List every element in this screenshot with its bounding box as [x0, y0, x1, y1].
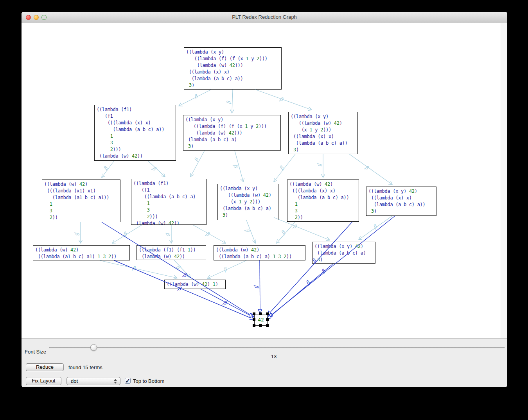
font-size-slider-track[interactable] [49, 347, 505, 348]
graph-canvas: ((lambda (x y) ((lambda (f) (f (x 1 y 2)… [22, 23, 501, 339]
edge-label-beta: β [175, 264, 182, 271]
edge-label-beta: β [293, 223, 298, 230]
scrollbar-gutter[interactable] [501, 23, 507, 339]
selection-handle[interactable] [253, 312, 255, 315]
top-to-bottom-checkbox[interactable]: ✓ [125, 378, 131, 384]
edge-label-beta: β [193, 156, 200, 162]
edge-label-beta: β [364, 164, 370, 171]
edge-label-beta: β [317, 163, 323, 167]
edge-label-beta: β [372, 223, 378, 230]
status-text: found 15 terms [68, 364, 102, 370]
edge-label-beta: β [223, 300, 228, 306]
term-node-n8[interactable]: ((lambda (w) 42) (((lambda (x) x) (lambd… [287, 179, 359, 222]
selection-handle[interactable] [253, 318, 255, 321]
edge-label-beta: β [280, 229, 287, 235]
term-node-n12[interactable]: ((lambda (w) 42) ((lambda (a b c) a) 1 3… [214, 245, 305, 260]
edge-label-beta: β [182, 272, 189, 278]
edge-label-beta: β [244, 228, 251, 233]
edge-label-beta: β [74, 232, 80, 236]
control-panel: Font Size 13 Reduce found 15 terms Fix L… [22, 338, 507, 387]
edge-label-beta: β [151, 165, 158, 172]
fix-layout-button[interactable]: Fix Layout [26, 377, 61, 385]
term-node-n1[interactable]: ((lambda (x y) ((lambda (f) (f (x 1 y 2)… [184, 47, 282, 90]
selection-handle[interactable] [259, 324, 262, 327]
checkmark-icon: ✓ [125, 377, 130, 384]
selection-handle[interactable] [266, 324, 269, 327]
edge-label-beta: β [223, 266, 228, 273]
edge-label-beta: β [205, 231, 211, 237]
top-to-bottom-label: Top to Bottom [133, 378, 164, 384]
font-size-slider-thumb[interactable] [90, 344, 97, 351]
selection-handle[interactable] [253, 324, 255, 327]
term-node-n13[interactable]: ((lambda (x y) 42) (lambda (a b c) a) 3) [312, 242, 375, 264]
selection-handle[interactable] [266, 318, 269, 321]
popup-arrows-icon [114, 378, 117, 384]
term-node-n11[interactable]: ((lambda (f1) (f1 1)) (lambda (w) 42)) [136, 245, 206, 260]
title-bar: PLT Redex Reduction Graph [22, 12, 507, 23]
term-node-n7[interactable]: ((lambda (x y) ((lambda (w) 42) (x 1 y 2… [217, 184, 278, 220]
edge-label-beta: β [279, 96, 284, 102]
term-node-n4[interactable]: ((lambda (x y) ((lambda (w) 42) (x 1 y 2… [288, 112, 358, 154]
font-size-label: Font Size [25, 349, 46, 355]
term-node-n5[interactable]: ((lambda (w) 42) (((lambda (x1) x1) (lam… [42, 179, 120, 222]
edge-label-beta: β [305, 279, 311, 286]
edge-label-beta: β [226, 100, 232, 104]
term-node-n14[interactable]: ((lambda (w) 42) 1) [164, 280, 226, 289]
edge-label-beta: β [132, 265, 136, 272]
edge-label-beta: β [102, 165, 109, 171]
layout-select-value: dot [71, 378, 78, 384]
redex-window: PLT Redex Reduction Graph ((lambda (x y)… [22, 12, 507, 387]
selection-handle[interactable] [259, 312, 262, 315]
term-node-n2[interactable]: ((lambda (f1) (f1 (((lambda (x) x) (lamb… [94, 105, 176, 161]
reduce-button[interactable]: Reduce [26, 363, 64, 371]
edge-label-beta: β [320, 267, 327, 274]
font-size-value: 13 [248, 354, 299, 359]
term-node-n10[interactable]: ((lambda (w) 42) ((lambda (a1 b c) a1) 1… [33, 245, 130, 260]
edge-label-beta: β [122, 230, 129, 237]
edge-label-beta: β [165, 233, 171, 236]
edge-label-beta: β [193, 93, 199, 99]
layout-select[interactable]: dot [66, 377, 120, 385]
term-node-n6[interactable]: ((lambda (f1) (f1 ((lambda (a b c) a) 1 … [131, 179, 207, 225]
edge-label-beta: β [278, 164, 285, 171]
term-node-n3[interactable]: ((lambda (x y) ((lambda (f) (f (x 1 y 2)… [183, 115, 281, 151]
selection-handle[interactable] [266, 312, 269, 315]
edge-label-beta: β [253, 285, 259, 289]
window-title: PLT Redex Reduction Graph [22, 12, 507, 23]
edge-label-beta: β [233, 164, 239, 169]
term-node-n9[interactable]: ((lambda (x y) 42) ((lambda (x) x) (lamb… [366, 187, 436, 216]
